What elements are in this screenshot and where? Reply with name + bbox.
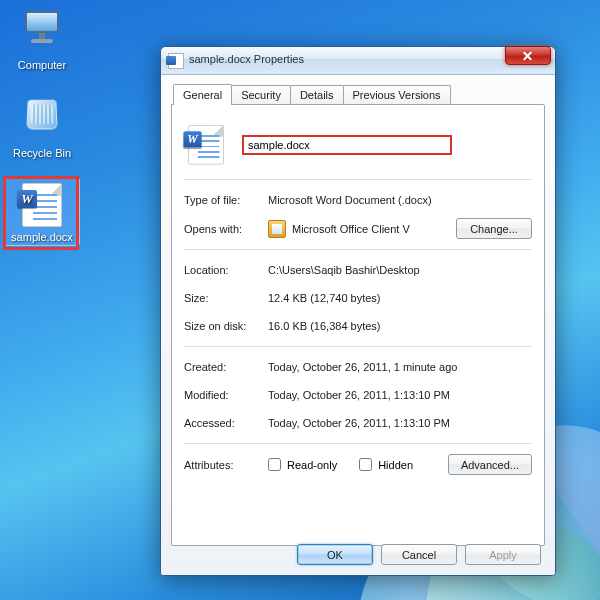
divider [184, 249, 532, 250]
ok-button[interactable]: OK [297, 544, 373, 565]
value-accessed: Today, October 26, 2011, 1:13:10 PM [268, 417, 450, 429]
label-modified: Modified: [184, 389, 268, 401]
desktop-icon-computer[interactable]: Computer [4, 6, 80, 74]
desktop-icon-label: sample.docx [7, 231, 77, 243]
word-doc-icon: W [20, 183, 64, 227]
tab-strip: General Security Details Previous Versio… [173, 81, 545, 104]
checkbox-readonly-label: Read-only [287, 459, 337, 471]
value-type-of-file: Microsoft Word Document (.docx) [268, 194, 432, 206]
file-large-icon: W [188, 125, 228, 165]
filename-text: sample.docx [248, 137, 310, 153]
checkbox-hidden-wrap[interactable]: Hidden [359, 458, 413, 471]
desktop-icon-recycle-bin[interactable]: Recycle Bin [4, 92, 80, 162]
checkbox-hidden-label: Hidden [378, 459, 413, 471]
advanced-button[interactable]: Advanced... [448, 454, 532, 475]
tab-details[interactable]: Details [290, 85, 344, 104]
checkbox-readonly[interactable] [268, 458, 281, 471]
label-opens-with: Opens with: [184, 223, 268, 235]
tab-previous-versions[interactable]: Previous Versions [343, 85, 451, 104]
value-created: Today, October 26, 2011, 1 minute ago [268, 361, 457, 373]
value-opens-with: Microsoft Office Client V [292, 223, 410, 235]
label-size-on-disk: Size on disk: [184, 320, 268, 332]
label-location: Location: [184, 264, 268, 276]
titlebar-doc-icon [168, 53, 184, 69]
opens-with-app-icon [268, 220, 286, 238]
tab-security[interactable]: Security [231, 85, 291, 104]
titlebar[interactable]: sample.docx Properties [161, 47, 555, 75]
tab-general[interactable]: General [173, 84, 232, 105]
desktop-icon-sample-docx[interactable]: W sample.docx [4, 178, 80, 246]
change-button[interactable]: Change... [456, 218, 532, 239]
filename-field[interactable]: sample.docx [242, 135, 452, 155]
desktop-icon-label: Recycle Bin [7, 147, 77, 159]
divider [184, 346, 532, 347]
value-modified: Today, October 26, 2011, 1:13:10 PM [268, 389, 450, 401]
computer-icon [20, 11, 64, 55]
label-created: Created: [184, 361, 268, 373]
tab-panel-general: W sample.docx Type of file: Microsoft Wo… [171, 104, 545, 546]
label-attributes: Attributes: [184, 459, 268, 471]
close-button[interactable] [505, 46, 551, 65]
dialog-title: sample.docx Properties [189, 53, 304, 65]
recycle-bin-icon [20, 99, 64, 143]
close-icon [522, 50, 534, 62]
checkbox-readonly-wrap[interactable]: Read-only [268, 458, 337, 471]
divider [184, 179, 532, 180]
desktop-icon-label: Computer [7, 59, 77, 71]
label-size: Size: [184, 292, 268, 304]
value-location: C:\Users\Saqib Bashir\Desktop [268, 264, 420, 276]
value-size: 12.4 KB (12,740 bytes) [268, 292, 381, 304]
properties-dialog: sample.docx Properties General Security … [160, 46, 556, 576]
label-type-of-file: Type of file: [184, 194, 268, 206]
apply-button[interactable]: Apply [465, 544, 541, 565]
label-accessed: Accessed: [184, 417, 268, 429]
divider [184, 443, 532, 444]
value-size-on-disk: 16.0 KB (16,384 bytes) [268, 320, 381, 332]
cancel-button[interactable]: Cancel [381, 544, 457, 565]
checkbox-hidden[interactable] [359, 458, 372, 471]
